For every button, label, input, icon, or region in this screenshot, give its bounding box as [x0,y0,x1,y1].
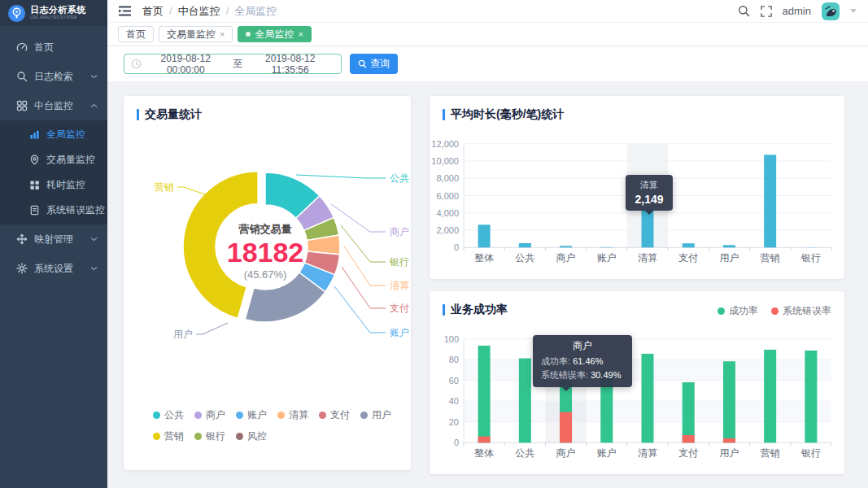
breadcrumb-section[interactable]: 中台监控 [178,4,220,19]
bar-系统错误率-0[interactable] [478,437,491,443]
bar-系统错误率-5[interactable] [683,435,695,442]
date-range-input[interactable]: 2019-08-12 00:00:00 至 2019-08-12 11:35:5… [124,54,342,74]
legend-dot [277,412,285,419]
tab-global-monitor[interactable]: 全局监控 × [238,26,311,42]
sidebar-item-label: 系统设置 [34,262,73,276]
card-title: 交易量统计 [137,107,202,122]
bar-6[interactable] [723,245,735,247]
legend-item-3[interactable]: 清算 [277,408,308,422]
x-axis-label: 清算 [638,252,657,264]
bar-1[interactable] [519,243,531,247]
sidebar-item-duration-monitor[interactable]: 耗时监控 [0,172,107,198]
bar-成功率-0[interactable] [478,346,491,442]
collapse-menu-icon[interactable] [119,6,131,16]
chevron-down-icon [90,74,98,79]
bar-成功率-7[interactable] [764,350,776,442]
sidebar-item-label: 映射管理 [34,233,73,246]
sidebar-submenu: 全局监控 交易量监控 耗时监控 系统错误监控 [0,120,107,224]
tab-close-icon[interactable]: × [220,29,225,39]
sidebar-item-volume-monitor[interactable]: 交易量监控 [0,147,107,172]
app-logo-icon [8,5,25,22]
legend-item-7[interactable]: 银行 [194,429,225,443]
tab-close-icon[interactable]: × [298,29,303,39]
legend-item-系统错误率[interactable]: 系统错误率 [771,304,831,318]
transaction-volume-card: 交易量统计 公共商户银行清算支付账户用户营销营销交易量18182(45.67%)… [124,96,411,470]
top-header: 首页 / 中台监控 / 全局监控 admin [107,0,868,23]
legend-item-1[interactable]: 商户 [194,408,225,422]
title-accent-bar [137,109,139,120]
sidebar-item-global-monitor[interactable]: 全局监控 [0,122,107,147]
query-button[interactable]: 查询 [350,54,398,74]
filter-bar: 2019-08-12 00:00:00 至 2019-08-12 11:35:5… [107,46,868,81]
bar-成功率-6[interactable] [723,361,735,442]
success-rate-bar-chart[interactable]: 020406080100整体公共商户账户清算支付用户营销银行 [430,291,844,474]
chevron-down-icon [90,266,98,271]
x-axis-label: 公共 [515,252,534,264]
legend-dot [360,412,368,419]
user-dropdown-caret-icon[interactable] [850,9,857,13]
chevron-up-icon [90,103,98,108]
y-axis-label: 0 [454,242,459,252]
legend-item-6[interactable]: 营销 [153,429,184,443]
fullscreen-icon[interactable] [761,6,772,17]
tab-home[interactable]: 首页 [118,26,154,42]
sidebar-item-middle-monitor[interactable]: 中台监控 [0,91,107,120]
x-axis-label: 银行 [800,447,821,459]
bar-成功率-8[interactable] [805,351,817,442]
legend-item-成功率[interactable]: 成功率 [718,304,758,318]
legend-dot [236,433,243,440]
legend-item-4[interactable]: 支付 [319,408,350,422]
legend-dot [194,412,202,419]
bar-2[interactable] [560,246,572,247]
legend-item-0[interactable]: 公共 [153,408,184,422]
bar-成功率-4[interactable] [642,354,654,442]
breadcrumb: 首页 / 中台监控 / 全局监控 [142,4,277,19]
bar-5[interactable] [683,243,695,247]
bar-7[interactable] [764,155,776,247]
donut-center-name: 营销交易量 [238,223,292,235]
sidebar-item-label: 系统错误监控 [46,203,105,217]
legend-item-5[interactable]: 用户 [360,408,391,422]
bar-4[interactable] [642,209,654,247]
y-axis-label: 80 [449,355,459,364]
sidebar-item-label: 交易量监控 [46,153,95,167]
legend-label: 系统错误率 [783,304,831,318]
header-search-icon[interactable] [738,5,750,17]
sidebar-item-mapping[interactable]: 映射管理 [0,224,107,254]
bar-0[interactable] [478,224,491,247]
x-axis-label: 整体 [474,252,494,264]
legend-dot [153,433,160,440]
user-name[interactable]: admin [783,5,811,17]
x-axis-label: 清算 [638,447,657,459]
bar-系统错误率-2[interactable] [560,412,572,443]
bar-系统错误率-6[interactable] [723,438,735,442]
clock-icon [131,59,142,69]
sidebar-item-label: 中台监控 [34,99,73,113]
y-axis-label: 100 [444,334,459,344]
sidebar-item-syserror-monitor[interactable]: 系统错误监控 [0,198,107,223]
sidebar-item-home[interactable]: 首页 [0,33,107,62]
legend-item-8[interactable]: 风控 [236,429,267,443]
donut-center-value: 18182 [227,237,304,268]
breadcrumb-home[interactable]: 首页 [142,4,164,19]
success-rate-legend: 成功率系统错误率 [718,304,831,318]
tab-volume-monitor[interactable]: 交易量监控 × [159,26,233,42]
x-axis-label: 银行 [800,252,821,264]
legend-label: 风控 [247,429,267,443]
sidebar-item-log-search[interactable]: 日志检索 [0,62,107,91]
legend-label: 清算 [289,408,308,422]
legend-dot [319,412,326,419]
x-axis-label: 支付 [678,252,698,264]
user-avatar[interactable] [822,2,840,20]
x-axis-label: 账户 [597,252,617,264]
legend-label: 商户 [206,408,225,422]
breadcrumb-current: 全局监控 [234,4,277,19]
sidebar-item-settings[interactable]: 系统设置 [0,254,107,283]
card-title: 业务成功率 [443,303,508,317]
bar-成功率-1[interactable] [519,359,531,443]
sidebar-item-label: 日志检索 [34,70,73,84]
bar-成功率-5[interactable] [683,382,695,442]
legend-item-2[interactable]: 账户 [236,408,267,422]
donut-label: 商户 [390,226,409,237]
legend-label: 支付 [330,408,350,422]
